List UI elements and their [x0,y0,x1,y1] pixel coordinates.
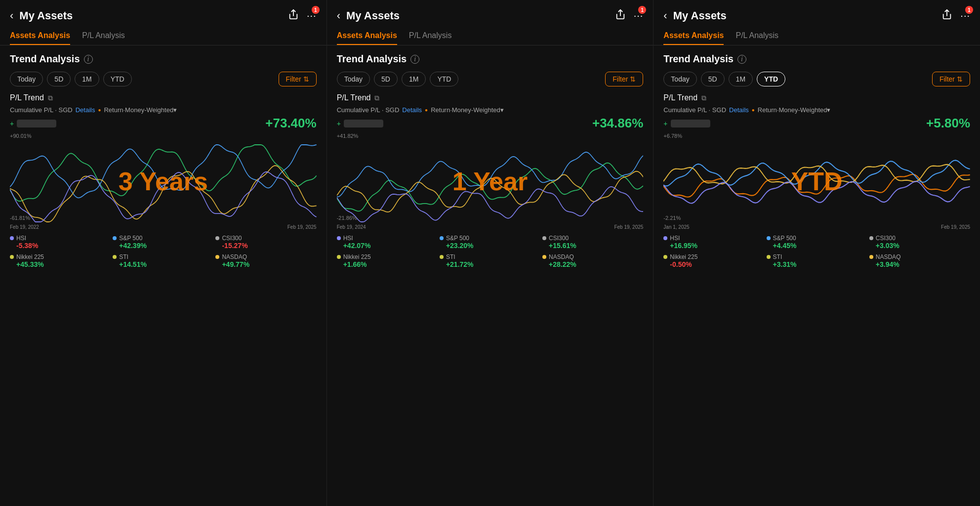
back-button[interactable]: ‹ [663,9,667,22]
legend-name: CSI300 [222,235,242,242]
period-btn-ytd[interactable]: YTD [103,72,132,86]
tab-bar: Assets Analysis P/L Analysis [327,27,653,45]
legend-name: HSI [670,235,680,242]
tab-bar: Assets Analysis P/L Analysis [653,27,980,45]
info-icon[interactable]: i [84,55,93,64]
return-percentage: +5.80% [926,116,970,131]
filter-button[interactable]: Filter ⇅ [279,72,317,86]
legend-value: -15.27% [215,242,316,250]
filter-button[interactable]: Filter ⇅ [605,72,643,86]
chart-bottom-label: -61.81% [10,215,30,221]
panel-panel-3y: ‹ My Assets ··· 1 Assets Analysis P/L An [0,0,327,506]
legend-dot [215,236,219,240]
back-button[interactable]: ‹ [337,9,340,22]
period-btn-today[interactable]: Today [10,72,43,86]
legend-item-4: STI +21.72% [440,253,540,268]
period-btn-1m[interactable]: 1M [402,72,426,86]
section-title-text: Trend Analysis [663,53,734,65]
tab-0[interactable]: Assets Analysis [663,27,724,45]
legend-name-row: Nikkei 225 [663,253,764,260]
chart-area: +6.78% -2.21% Jan 1, 2025 Feb 19, 2025 Y… [663,132,970,231]
period-btn-1m[interactable]: 1M [75,72,99,86]
legend-name-row: CSI300 [542,235,643,242]
legend-item-1: S&P 500 +23.20% [440,235,540,250]
header-left: ‹ My Assets [337,9,400,22]
header: ‹ My Assets ··· 1 [0,0,327,27]
period-row: Today 5D 1M YTD Filter ⇅ [0,69,327,91]
copy-icon[interactable]: ⧉ [48,94,53,102]
period-btn-ytd[interactable]: YTD [757,72,785,86]
metrics-left: Cumulative P/L · SGD Details ● Return·Mo… [10,106,177,114]
info-icon[interactable]: i [737,55,746,64]
legend-name: CSI300 [549,235,569,242]
legend-name: HSI [16,235,26,242]
share-icon[interactable] [288,11,299,22]
legend-value: +21.72% [440,260,540,268]
return-label: Return·Money-Weighted▾ [758,106,831,114]
chart-area: +41.82% -21.86% Feb 19, 2024 Feb 19, 202… [337,132,644,231]
period-btn-5d[interactable]: 5D [374,72,398,86]
period-btn-ytd[interactable]: YTD [430,72,458,86]
chart-date-right: Feb 19, 2025 [941,224,970,230]
legend-value: +45.33% [10,260,111,268]
copy-icon[interactable]: ⧉ [701,94,706,102]
tab-0[interactable]: Assets Analysis [337,27,397,45]
details-link[interactable]: Details [76,106,95,114]
period-btn-5d[interactable]: 5D [701,72,725,86]
legend-item-3: Nikkei 225 +1.66% [337,253,438,268]
legend-dot [663,255,667,259]
cumulative-label: Cumulative P/L · SGD [663,106,726,114]
share-btn-container [615,9,626,22]
legend-name-row: HSI [337,235,438,242]
back-button[interactable]: ‹ [10,9,13,22]
notification-badge: 1 [965,6,973,14]
section-title-text: Trend Analysis [337,53,407,65]
pl-trend-header: P/L Trend ⧉ [653,91,980,104]
share-icon[interactable] [615,11,626,22]
chart-bottom-label: -21.86% [337,215,357,221]
period-btn-today[interactable]: Today [337,72,370,86]
legend-dot [113,255,117,259]
tab-1[interactable]: P/L Analysis [409,27,452,45]
chart-date-left: Feb 19, 2024 [337,224,366,230]
legend-item-2: CSI300 +15.61% [542,235,643,250]
tab-1[interactable]: P/L Analysis [735,27,778,45]
period-btn-1m[interactable]: 1M [729,72,753,86]
legend-value: -0.50% [663,260,764,268]
return-percentage: +34.86% [592,116,643,131]
chart-svg [337,139,644,228]
legend-item-0: HSI +16.95% [663,235,764,250]
tab-0[interactable]: Assets Analysis [10,27,70,45]
legend-dot [215,255,219,259]
panel-panel-1y: ‹ My Assets ··· 1 Assets Analysis P/L An [327,0,654,506]
legend-grid: HSI +42.07% S&P 500 +23.20% CSI300 [327,231,653,272]
chart-top-label: +6.78% [663,133,682,139]
details-link[interactable]: Details [402,106,422,114]
notification-badge: 1 [638,6,646,14]
legend-name-row: CSI300 [215,235,316,242]
metrics-left: Cumulative P/L · SGD Details ● Return·Mo… [337,106,504,114]
header: ‹ My Assets ··· 1 [653,0,980,27]
header-left: ‹ My Assets [10,9,73,22]
more-btn-container: ··· 1 [960,10,970,21]
info-icon[interactable]: i [410,55,419,64]
copy-icon[interactable]: ⧉ [374,94,379,102]
legend-item-4: STI +14.51% [113,253,213,268]
period-btn-5d[interactable]: 5D [47,72,71,86]
legend-item-1: S&P 500 +42.39% [113,235,213,250]
plus-sign: + [337,120,341,127]
tab-1[interactable]: P/L Analysis [82,27,125,45]
share-btn-container [941,9,952,22]
legend-name: NASDAQ [222,253,247,260]
details-link[interactable]: Details [729,106,749,114]
period-btn-today[interactable]: Today [663,72,696,86]
header-right: ··· 1 [615,9,644,22]
filter-button[interactable]: Filter ⇅ [932,72,970,86]
share-icon[interactable] [941,11,952,22]
legend-dot [337,255,341,259]
section-title-text: Trend Analysis [10,53,80,65]
page-title: My Assets [19,9,73,22]
period-row: Today 5D 1M YTD Filter ⇅ [653,69,980,91]
header: ‹ My Assets ··· 1 [327,0,653,27]
metrics-row: Cumulative P/L · SGD Details ● Return·Mo… [327,104,653,115]
